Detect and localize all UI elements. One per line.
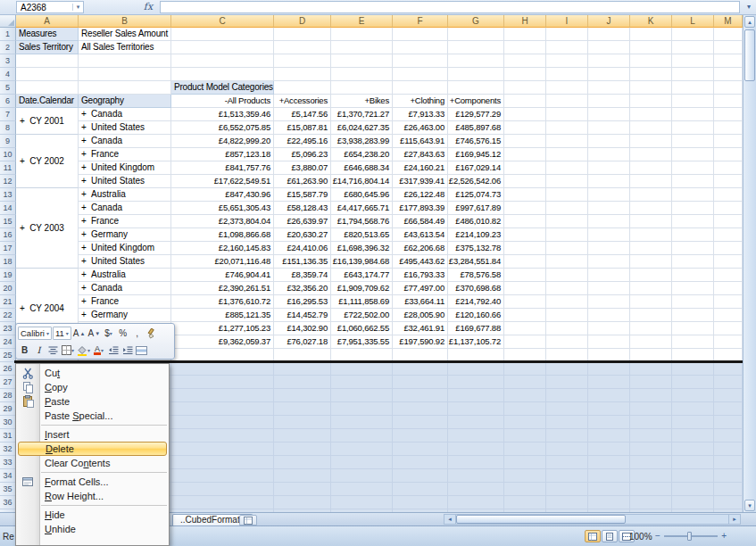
cell[interactable] bbox=[630, 242, 672, 255]
cell[interactable] bbox=[672, 135, 714, 148]
cell[interactable] bbox=[630, 135, 672, 148]
cell[interactable] bbox=[546, 456, 588, 469]
cell[interactable] bbox=[630, 215, 672, 228]
cell[interactable] bbox=[504, 402, 546, 416]
cell-value[interactable]: £17,622,549.51 bbox=[171, 175, 274, 188]
expand-icon[interactable]: + bbox=[20, 303, 25, 313]
cell-value[interactable]: £1,698,396.32 bbox=[331, 242, 393, 255]
cell[interactable] bbox=[588, 175, 630, 188]
row-header-8[interactable]: 8 bbox=[0, 121, 16, 135]
cell[interactable] bbox=[588, 483, 630, 496]
cell-value[interactable]: £61,263.90 bbox=[274, 175, 331, 188]
cell[interactable] bbox=[714, 362, 743, 376]
cell-value[interactable]: £20,071,116.48 bbox=[171, 255, 274, 269]
cell-value[interactable]: £24,160.21 bbox=[393, 161, 448, 175]
column-header-D[interactable]: D bbox=[274, 15, 331, 28]
cell-value[interactable]: £857,123.18 bbox=[171, 148, 274, 161]
cell[interactable] bbox=[448, 81, 504, 95]
row-header-30[interactable]: 30 bbox=[0, 416, 16, 429]
cell[interactable] bbox=[672, 54, 714, 68]
cell[interactable] bbox=[672, 282, 714, 295]
cell[interactable] bbox=[171, 443, 274, 456]
cell[interactable] bbox=[393, 483, 448, 496]
column-header-L[interactable]: L bbox=[672, 15, 714, 28]
cell[interactable] bbox=[546, 483, 588, 496]
cell[interactable] bbox=[672, 95, 714, 108]
cell[interactable] bbox=[171, 362, 274, 376]
cell-value[interactable]: £177,893.39 bbox=[393, 202, 448, 215]
row-header-12[interactable]: 12 bbox=[0, 175, 16, 188]
cell-value[interactable]: £129,577.29 bbox=[448, 108, 504, 121]
expand-formula-bar-icon[interactable]: ▾ bbox=[744, 2, 754, 12]
cell[interactable] bbox=[546, 496, 588, 509]
cell[interactable] bbox=[714, 161, 743, 175]
cell[interactable] bbox=[672, 215, 714, 228]
expand-icon[interactable]: + bbox=[20, 116, 25, 126]
decrease-indent-button[interactable] bbox=[106, 343, 120, 358]
cell[interactable] bbox=[630, 389, 672, 402]
cell-value[interactable]: £746,576.15 bbox=[448, 135, 504, 148]
cell-geography[interactable]: +France bbox=[79, 215, 171, 228]
cell[interactable] bbox=[448, 389, 504, 402]
menu-item-row-height[interactable]: Row Height... bbox=[16, 489, 169, 503]
cell[interactable] bbox=[331, 456, 393, 469]
cell-year-group[interactable]: +CY 2001 bbox=[16, 108, 79, 135]
cell[interactable] bbox=[714, 483, 743, 496]
cell-value[interactable]: £58,128.43 bbox=[274, 202, 331, 215]
expand-icon[interactable]: + bbox=[81, 188, 91, 201]
cell[interactable] bbox=[588, 269, 630, 282]
cell-value[interactable]: +Components bbox=[448, 95, 504, 108]
row-header-18[interactable]: 18 bbox=[0, 255, 16, 269]
cell-value[interactable]: £62,206.68 bbox=[393, 242, 448, 255]
cell-geography[interactable]: +Canada bbox=[79, 108, 171, 121]
cell[interactable] bbox=[171, 389, 274, 402]
cell[interactable] bbox=[504, 469, 546, 483]
cell-value[interactable]: £370,698.68 bbox=[448, 282, 504, 295]
cell-geography[interactable]: +United Kingdom bbox=[79, 242, 171, 255]
expand-icon[interactable]: + bbox=[81, 215, 91, 228]
row-header-11[interactable]: 11 bbox=[0, 161, 16, 175]
cell[interactable] bbox=[171, 376, 274, 389]
vertical-scroll-thumb[interactable] bbox=[744, 29, 755, 81]
cell[interactable] bbox=[672, 161, 714, 175]
cell[interactable] bbox=[331, 443, 393, 456]
cell[interactable] bbox=[630, 175, 672, 188]
cell[interactable] bbox=[504, 322, 546, 335]
cell[interactable] bbox=[546, 402, 588, 416]
cell[interactable] bbox=[546, 95, 588, 108]
row-header-23[interactable]: 23 bbox=[0, 322, 16, 335]
cell-value[interactable]: £495,443.62 bbox=[393, 255, 448, 269]
cell-year-group[interactable]: +CY 2003 bbox=[16, 188, 79, 269]
cell-value[interactable]: £214,792.40 bbox=[448, 295, 504, 309]
dropdown-arrow-icon[interactable]: ▾ bbox=[71, 347, 74, 353]
cell[interactable] bbox=[393, 416, 448, 429]
cell[interactable] bbox=[588, 496, 630, 509]
cell[interactable] bbox=[546, 322, 588, 335]
cell-value[interactable]: £32,356.20 bbox=[274, 282, 331, 295]
cell[interactable] bbox=[274, 68, 331, 81]
cell-value[interactable]: £997,617.89 bbox=[448, 202, 504, 215]
cell-value[interactable]: £26,122.48 bbox=[393, 188, 448, 202]
cell[interactable] bbox=[393, 429, 448, 443]
cell[interactable] bbox=[546, 362, 588, 376]
cell[interactable] bbox=[546, 335, 588, 349]
cell[interactable] bbox=[274, 443, 331, 456]
cell-value[interactable]: £5,147.56 bbox=[274, 108, 331, 121]
cell[interactable] bbox=[448, 68, 504, 81]
cell[interactable] bbox=[546, 389, 588, 402]
column-header-K[interactable]: K bbox=[630, 15, 672, 28]
cell-value[interactable]: £78,576.58 bbox=[448, 269, 504, 282]
cell[interactable] bbox=[171, 68, 274, 81]
cell[interactable] bbox=[630, 456, 672, 469]
cell[interactable] bbox=[546, 108, 588, 121]
cell[interactable] bbox=[714, 429, 743, 443]
cell[interactable] bbox=[504, 362, 546, 376]
cell-geography[interactable]: +United States bbox=[79, 255, 171, 269]
expand-icon[interactable]: + bbox=[81, 282, 91, 294]
cell[interactable] bbox=[672, 335, 714, 349]
cell-value[interactable]: £8,359.74 bbox=[274, 269, 331, 282]
dropdown-arrow-icon[interactable]: ▾ bbox=[101, 347, 104, 353]
cell[interactable] bbox=[331, 496, 393, 509]
cell[interactable] bbox=[331, 376, 393, 389]
cell[interactable] bbox=[714, 215, 743, 228]
